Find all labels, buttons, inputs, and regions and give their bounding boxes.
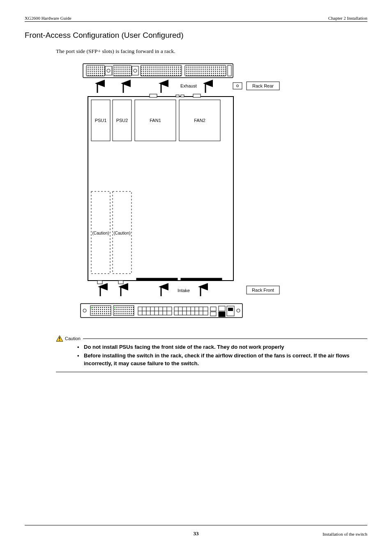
svg-rect-3 xyxy=(86,65,105,76)
page-header: XG2600 Hardware Guide Chapter 2 Installa… xyxy=(25,16,367,21)
footer-rule xyxy=(25,525,367,525)
front-panel xyxy=(81,304,242,318)
svg-point-35 xyxy=(83,309,86,312)
caution-bullets: Do not install PSUs facing the front sid… xyxy=(76,343,367,368)
svg-rect-9 xyxy=(141,65,182,76)
svg-rect-27 xyxy=(118,281,123,284)
warning-triangle-icon xyxy=(56,335,63,342)
header-rule xyxy=(25,21,367,22)
caution-block: Caution Do not install PSUs facing the f… xyxy=(56,335,367,372)
exhaust-label: Exhaust xyxy=(180,83,197,88)
svg-rect-62 xyxy=(219,312,225,317)
svg-rect-24 xyxy=(181,95,184,97)
svg-rect-39 xyxy=(113,306,134,315)
svg-rect-10 xyxy=(185,65,226,76)
svg-rect-20 xyxy=(136,278,178,281)
svg-rect-60 xyxy=(210,312,216,316)
psu1-label: PSU1 xyxy=(95,118,107,123)
rack-rear-label: Rack Rear xyxy=(247,82,279,90)
svg-rect-67 xyxy=(59,340,60,341)
svg-point-8 xyxy=(134,69,137,72)
svg-rect-37 xyxy=(90,306,111,315)
diagram-svg: Exhaust Rack Rear PSU1 PSU2 xyxy=(79,62,313,323)
fan2-label: FAN2 xyxy=(194,118,205,123)
svg-rect-22 xyxy=(150,94,157,97)
svg-rect-64 xyxy=(228,308,233,311)
caution-left-label: (Caution) xyxy=(92,231,109,235)
caution-bullet: Do not install PSUs facing the front sid… xyxy=(76,343,367,351)
airflow-diagram: Exhaust Rack Rear PSU1 PSU2 xyxy=(25,62,367,323)
header-left: XG2600 Hardware Guide xyxy=(25,16,71,21)
section-heading: Front-Access Configuration (User Configu… xyxy=(25,31,367,40)
caution-end-rule xyxy=(56,372,367,372)
svg-point-38 xyxy=(91,307,92,309)
svg-point-5 xyxy=(107,69,110,72)
caution-header: Caution xyxy=(56,335,367,342)
intake-label: Intake xyxy=(178,288,190,293)
caution-header-line xyxy=(83,339,367,339)
svg-rect-25 xyxy=(193,94,201,97)
svg-rect-26 xyxy=(97,281,102,284)
footer-right: Installation of the switch xyxy=(323,532,367,537)
svg-rect-59 xyxy=(210,307,216,311)
fan1-label: FAN1 xyxy=(150,118,161,123)
svg-point-18 xyxy=(237,85,239,87)
psu2-label: PSU2 xyxy=(116,118,128,123)
svg-rect-11 xyxy=(228,65,231,76)
header-right: Chapter 2 Installation xyxy=(328,16,367,21)
svg-text:Rack Rear: Rack Rear xyxy=(252,83,274,88)
svg-point-40 xyxy=(114,307,115,309)
svg-text:Rack Front: Rack Front xyxy=(252,288,274,292)
caution-right-label: (Caution) xyxy=(113,231,130,235)
svg-point-36 xyxy=(237,309,240,312)
svg-rect-21 xyxy=(181,278,222,281)
rack-front-label: Rack Front xyxy=(247,286,279,294)
intro-text: The port side (SFP+ slots) is facing for… xyxy=(56,48,367,55)
caution-bullet: Before installing the switch in the rack… xyxy=(76,352,367,368)
svg-rect-6 xyxy=(113,65,131,76)
rear-panel xyxy=(83,64,233,78)
caution-label: Caution xyxy=(65,336,81,341)
svg-rect-66 xyxy=(59,337,60,339)
svg-rect-61 xyxy=(219,306,225,311)
svg-rect-23 xyxy=(176,95,179,97)
